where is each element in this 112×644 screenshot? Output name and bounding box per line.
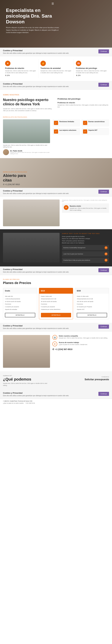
pricing-title: Planes de Precios [3,281,109,285]
pf-0-3: Funciones [5,303,35,305]
hero-content: Especialista en psicología Dra. Sara Dow… [6,8,63,34]
company-item-0: 🏢 Sobre nuestra compañía Sample text. Cl… [52,335,109,340]
cta-right: Contáctenos Solicitar presupuesto [85,375,109,381]
vision-icon: 👁 [64,205,69,210]
card-item-2: 🧠 Problemas del psicólogo Sample text. C… [74,59,109,78]
cookie-desc-3: Este sitio web utiliza cookies para gara… [3,192,97,194]
vision-grid: Sample text. Click to select the text bo… [3,200,109,226]
pricing-body-1: Hasta 5 sitios web Almacenamiento de 5 G… [39,294,73,313]
feature-card-0: ✓ Revisiones limitadas [52,119,80,126]
cookie-desc-4: Este sitio web utiliza cookies para gara… [3,271,97,273]
pricing-plan-2: $530 [77,290,107,292]
dark-link-0[interactable]: Business Sustainability Management 11 [62,245,109,250]
pricing-header-2: $530 [75,288,109,294]
cookie-banner-3: Cookies y Privacidad Este sitio web util… [0,188,112,196]
cookie-text-block-2: Cookies y Privacidad Este sitio web util… [3,83,97,88]
check-icon-1: ✓ [83,121,87,125]
cta-section: Ayudanos 24/7 ¿Qué podemos Sample text. … [0,371,112,390]
feature-row-1: ✓ Revisiones limitadas ✓ Buenas caracter… [52,119,109,126]
vision-card: 👁 Nuestra visión Sample text. Click to s… [62,203,109,213]
cookie-title-5: Cookies y Privacidad [3,324,97,327]
dr-block: Dr. Pablo Smith Sample text. Click to se… [3,149,50,155]
card-item-1: ⚡ Trastornos de ansiedad Sample text. Cl… [38,59,74,78]
company-item-1: ⚙ Acerca de nuestro trabajo ¿Qué no pase… [52,342,109,346]
cookie-continue-btn-5[interactable]: Continuar [98,324,109,328]
dark-image [3,233,60,262]
cookie-banner-2: Cookies y Privacidad Este sitio web util… [0,81,112,90]
vision-card-row: 👁 Nuestra visión Sample text. Click to s… [64,205,107,211]
hero-subtitle: Mucho aliquam ut porttitor leo a dui. Ac… [6,26,63,34]
card-title-2: Problemas del psicólogo [76,67,107,69]
pricing-plan-0: Gratis [5,290,35,292]
spec-text: Sample text. Click to select the text bo… [3,144,50,148]
dark-left [3,233,60,263]
cookie-banner-4: Cookies y Privacidad Este sitio web util… [0,266,112,275]
pf-0-5: Soporte de entradas [5,308,35,310]
phone-number: +1 (234) 567-8910 [55,348,72,350]
cookie-continue-btn-1[interactable]: Continuar [98,50,109,54]
hamburger-icon[interactable]: ☰ [51,2,54,5]
cookie-continue-btn-4[interactable]: Continuar [98,268,109,272]
pricing-btn-0[interactable]: INTENTELO [5,313,35,317]
feature-card-2: ✓ Las mejores soluciones [52,128,80,135]
cookie-title-2: Cookies y Privacidad [3,83,97,85]
pricing-card-1: $310 Hasta 5 sitios web Almacenamiento d… [39,288,73,320]
about-section: SOBRE NOSOTROS Nuestro psicólogo experto… [0,90,112,116]
about-right-text: Sample text. Click to select the text bo… [58,104,109,108]
vision-left [3,200,60,226]
about-label: SOBRE NOSOTROS [3,94,109,96]
cookie-continue-btn-6[interactable]: Continuar [98,392,109,396]
feature-text-1: Buenas características [88,121,105,122]
pricing-header-1: $310 [39,288,73,294]
cta-title: ¿Qué podemos [3,377,48,382]
cta-text: Sample text. Click to select the text bo… [3,382,48,386]
dr-desc: Sample text. Click to select the text bo… [10,152,50,154]
feature-text-0: Revisiones limitadas [59,121,74,122]
pf-0-1: 1 GB de almacenamiento [5,298,35,300]
check-icon-0: ✓ [54,121,58,125]
cookie-continue-btn-2[interactable]: Continuar [98,83,109,87]
pricing-grid: Gratis Sitio web 301 1 GB de almacenamie… [3,288,109,320]
card-title-1: Trastornos de ansiedad [40,67,72,69]
card-icon-1: ⚡ [40,61,46,66]
image-banner: Especialista en Psicología Abierto para … [0,158,112,188]
cookie-banner-5: Cookies y Privacidad Este sitio web util… [0,323,112,332]
dark-section: Sample text. Click to select the text bo… [0,229,112,266]
pf-1-5: Asistencia por correo electrónico [41,308,71,310]
feature-row-2: ✓ Las mejores soluciones ✓ Soporte 24/7 [52,128,109,135]
footer-address: • Calle 80, Ciudad Real, Provincia de Nu… [3,400,109,402]
company-right: 🏢 Sobre nuestra compañía Sample text. Cl… [52,335,109,368]
about-body: Sample text. Click to select the text bo… [3,108,54,112]
vision-section: Sample text. Click to select the text bo… [0,196,112,229]
spec-left: Sample text. Click to select the text bo… [3,119,50,155]
dark-body: Donec gravida feugiat felis leo facilisi… [62,236,109,244]
dark-right: Sample text. Click to select the text bo… [62,233,109,263]
company-left [3,335,50,368]
feature-text-2: Las mejores soluciones [59,130,76,131]
dr-avatar [3,149,9,155]
pricing-btn-2[interactable]: INTENTELO [77,313,107,317]
dark-link-text-0: Business Sustainability Management [64,247,104,248]
pricing-btn-1[interactable]: INTENTELO [41,313,71,317]
card-text-0: Sample text. Click to select the text bo… [5,70,36,74]
dark-link-badge-2: 01 [104,259,107,262]
dr-name: Dr. Pablo Smith [10,150,50,152]
cookie-text-block-5: Cookies y Privacidad Este sitio web util… [3,324,97,330]
cookie-desc-1: Este sitio web utiliza cookies para gara… [3,52,97,54]
about-right: Problemas del psicólogo Problemas de rel… [58,98,109,112]
check-icon-3: ✓ [83,130,87,134]
company-section: 🏢 Sobre nuestra compañía Sample text. Cl… [0,332,112,371]
card-item-0: ♥ Problemas de relación Sample text. Cli… [3,59,38,78]
about-right-title: Problemas del psicólogo [58,98,109,100]
company-item-title-0: Sobre nuestra compañía [59,335,108,337]
company-icon-1: ⚙ [52,342,57,346]
card-text-1: Sample text. Click to select the text bo… [40,70,72,74]
banner-title: Abierto para citas [3,173,56,182]
dark-link-1[interactable]: Learn how to grow your business 25 [62,251,109,256]
spec-right: ✓ Revisiones limitadas ✓ Buenas caracter… [52,119,109,155]
dark-link-2[interactable]: Practical tips to help you grow your pro… [62,258,109,263]
dark-link-text-1: Learn how to grow your business [64,253,104,255]
cookie-continue-btn-3[interactable]: Continuar [98,190,109,194]
pricing-card-0: Gratis Sitio web 301 1 GB de almacenamie… [3,288,37,320]
cookie-text-block: Cookies y Privacidad Este sitio web util… [3,50,97,54]
